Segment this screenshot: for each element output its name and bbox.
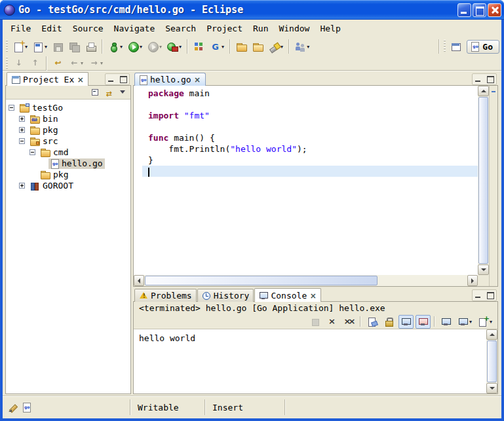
go-status-icon[interactable]: go [22,403,32,412]
title-bar[interactable]: Go - testGo/src/cmd/hello.go - Eclipse [0,0,504,20]
console-vertical-scrollbar[interactable] [486,329,497,394]
scroll-track[interactable] [486,340,497,383]
clear-console-button[interactable] [364,315,379,329]
scroll-thumb[interactable] [145,276,378,285]
minimize-view-button[interactable] [473,75,484,84]
close-view-icon[interactable] [77,75,84,84]
new-go-package-button[interactable] [191,39,206,54]
tree-expander-icon[interactable] [9,105,14,111]
dropdown-arrow-icon[interactable] [179,44,182,50]
editor-tab-hello-go[interactable]: go hello.go [134,73,206,86]
goclipse-button[interactable]: G [208,39,226,54]
toolbar-grip[interactable] [6,57,8,70]
team-sync-button[interactable] [293,39,311,54]
dropdown-arrow-icon[interactable] [45,44,47,50]
perspective-bar-grip[interactable] [444,40,446,53]
maximize-view-button[interactable] [485,291,495,300]
dropdown-arrow-icon[interactable] [469,319,472,325]
minimize-view-button[interactable] [473,291,484,300]
scroll-track[interactable] [144,275,467,286]
scroll-up-button[interactable] [478,86,489,96]
menu-help[interactable]: Help [315,21,345,36]
tab-console[interactable]: Console [254,288,321,302]
code-line-4[interactable] [142,121,478,132]
menu-run[interactable]: Run [248,21,273,36]
dropdown-arrow-icon[interactable] [120,44,123,50]
collapse-all-button[interactable] [89,85,101,100]
menu-project[interactable]: Project [201,21,248,36]
menu-search[interactable]: Search [160,21,201,36]
tab-history[interactable]: History [197,289,254,302]
open-go-element-button[interactable] [234,39,249,54]
dropdown-arrow-icon[interactable] [159,44,162,50]
code-line-1[interactable]: package main [142,88,478,99]
show-stdout-button[interactable] [398,315,414,329]
maximize-button[interactable] [473,3,486,17]
tree-item-cmd[interactable]: cmd [6,147,130,158]
tree-item-src[interactable]: src [6,136,130,147]
editor-horizontal-scrollbar[interactable] [134,275,478,286]
pin-console-button[interactable] [438,315,454,329]
dropdown-arrow-icon[interactable] [100,60,103,66]
search-button[interactable] [267,39,285,54]
minimize-button[interactable] [457,3,471,17]
debug-button[interactable] [106,39,125,54]
open-console-button[interactable] [476,315,494,329]
close-tab-icon[interactable] [309,291,317,301]
tree-item-pkg[interactable]: pkg [6,124,130,136]
close-editor-icon[interactable] [194,75,201,84]
tree-expander-icon[interactable] [19,127,25,133]
tab-problems[interactable]: Problems [134,289,197,302]
display-selected-console-button[interactable] [456,315,474,329]
external-tools-button[interactable] [165,39,184,54]
tree-item-pkg[interactable]: pkg [6,169,130,180]
new-wizard-button[interactable] [11,39,29,54]
scroll-down-button[interactable] [486,383,497,394]
go-perspective-button[interactable]: go Go [467,40,499,54]
new-go-element-button[interactable] [31,39,49,54]
scroll-right-button[interactable] [467,275,478,286]
scroll-thumb[interactable] [487,340,497,382]
run-button[interactable] [126,39,144,54]
tree-expander-icon[interactable] [29,149,35,155]
scroll-track[interactable] [478,96,489,265]
scroll-lock-button[interactable] [381,315,397,329]
link-with-editor-button[interactable]: ⇄ [103,85,115,100]
dropdown-arrow-icon[interactable] [307,44,309,50]
code-line-3[interactable]: import "fmt" [142,110,478,121]
dropdown-arrow-icon[interactable] [490,319,492,325]
tree-item-goroot[interactable]: GOROOT [6,180,130,191]
menu-file[interactable]: File [5,21,36,36]
console-output[interactable]: hello world [134,329,486,394]
dropdown-arrow-icon[interactable] [81,60,83,66]
minimize-view-button[interactable] [106,75,117,84]
remove-launch-button[interactable]: × [324,315,339,329]
scroll-up-button[interactable] [486,329,497,340]
open-perspective-button[interactable] [449,39,464,54]
view-menu-button[interactable] [117,85,128,100]
show-stderr-button[interactable] [416,315,431,329]
last-edit-location-button[interactable]: ↩ [50,56,66,71]
tree-item-bin[interactable]: 010bin [6,113,130,124]
remove-all-terminated-button[interactable]: ×× [341,315,357,329]
scroll-left-button[interactable] [134,275,144,286]
maximize-view-button[interactable] [118,75,128,84]
edit-pencil-icon[interactable] [8,403,18,412]
open-resource-button[interactable] [250,39,265,54]
menu-window[interactable]: Window [273,21,315,36]
code-line-7[interactable]: } [142,155,478,166]
toolbar-grip[interactable] [6,40,8,53]
menu-edit[interactable]: Edit [36,21,67,36]
editor-overview-ruler[interactable] [489,86,497,286]
print-button[interactable] [83,39,98,54]
tree-expander-icon[interactable] [19,116,25,122]
maximize-view-button[interactable] [485,75,495,84]
tree-expander-icon[interactable] [19,183,25,189]
code-line-5[interactable]: func main() { [142,132,478,143]
close-button[interactable] [488,3,501,17]
dropdown-arrow-icon[interactable] [222,44,224,50]
menu-source[interactable]: Source [68,21,109,36]
scroll-thumb[interactable] [478,97,488,264]
tree-item-hello-go[interactable]: gohello.go [6,158,130,169]
scroll-down-button[interactable] [478,265,489,275]
